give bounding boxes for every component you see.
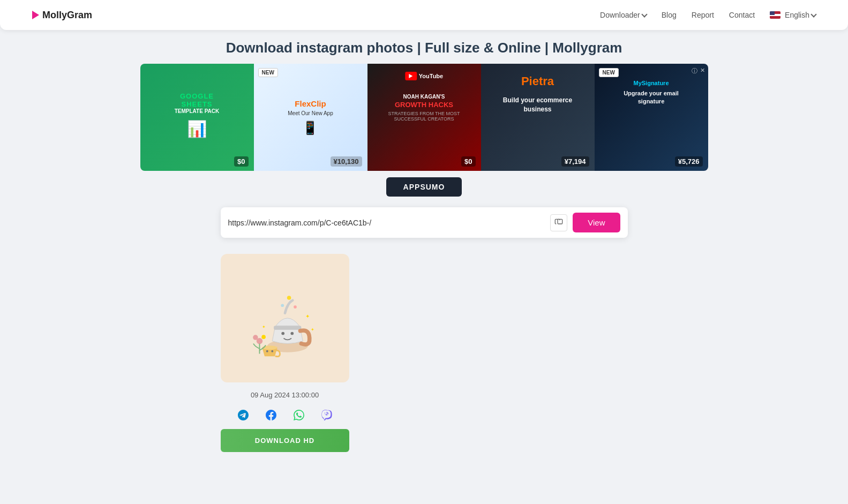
nav-downloader-label: Downloader <box>600 11 640 19</box>
svg-point-7 <box>294 305 297 309</box>
ad-price-5: ¥5,726 <box>675 156 703 167</box>
download-hd-button[interactable]: DOWNLOAD HD <box>221 429 349 452</box>
flag-icon <box>770 11 781 19</box>
language-label: English <box>785 11 809 19</box>
ad-close-icon[interactable]: ✕ <box>700 67 705 74</box>
ad-item-4[interactable]: Pietra Build your ecommercebusiness ¥7,1… <box>481 64 595 171</box>
svg-rect-2 <box>274 326 301 330</box>
svg-point-13 <box>261 335 266 339</box>
logo-text: MollyGram <box>42 10 92 21</box>
logo-play-icon <box>32 11 39 19</box>
nav-links: Downloader Blog Report Contact English <box>600 11 816 19</box>
url-input[interactable] <box>228 219 551 227</box>
ad-badge-5: NEW <box>599 68 619 77</box>
nav-report[interactable]: Report <box>692 11 714 19</box>
ad-price-4: ¥7,194 <box>561 156 589 167</box>
ad-item-3[interactable]: YouTube NOAH KAGAN'S GROWTH HACKS STRATE… <box>367 64 481 171</box>
timestamp: 09 Aug 2024 13:00:00 <box>221 391 349 399</box>
page-title: Download instagram photos | Full size & … <box>0 30 848 64</box>
svg-point-6 <box>287 296 291 300</box>
svg-point-9 <box>266 350 268 352</box>
svg-text:✦: ✦ <box>305 313 310 319</box>
nav-downloader[interactable]: Downloader <box>600 11 647 19</box>
svg-point-3 <box>281 332 284 335</box>
ad-badge-2: NEW <box>258 68 278 77</box>
nav-blog[interactable]: Blog <box>662 11 677 19</box>
svg-text:✦: ✦ <box>262 325 266 329</box>
search-container: View <box>221 207 628 238</box>
svg-point-4 <box>290 332 294 335</box>
coffee-illustration: ✦ ✦ ✦ <box>234 267 336 369</box>
svg-point-10 <box>271 350 273 352</box>
ad-item-5[interactable]: NEW ⓘ ✕ MySignature Upgrade your emailsi… <box>595 64 708 171</box>
ad-price-3: $0 <box>461 156 475 167</box>
ad-info-icon: ⓘ <box>692 67 697 75</box>
chevron-down-icon <box>811 11 816 17</box>
telegram-share-button[interactable] <box>234 405 253 425</box>
image-card: ✦ ✦ ✦ <box>221 254 349 382</box>
social-icons <box>221 405 349 425</box>
ad-item-2[interactable]: NEW FlexClip Meet Our New App 📱 ¥10,130 <box>254 64 367 171</box>
appsumo-button[interactable]: APPSUMO <box>386 177 462 197</box>
ad-price-1: $0 <box>234 156 248 167</box>
ad-item-1[interactable]: GOOGLE SHEETS TEMPLATE PACK 📊 $0 <box>140 64 254 171</box>
clipboard-button[interactable] <box>550 214 567 231</box>
svg-point-12 <box>253 335 258 340</box>
ad-price-2: ¥10,130 <box>331 156 362 167</box>
svg-text:✦: ✦ <box>310 327 314 332</box>
result-left-column: ✦ ✦ ✦ 09 Aug 2024 13:00:00 <box>221 254 349 452</box>
whatsapp-share-button[interactable] <box>289 405 309 425</box>
nav-contact[interactable]: Contact <box>729 11 755 19</box>
logo[interactable]: MollyGram <box>32 10 92 21</box>
chevron-down-icon <box>641 11 647 17</box>
facebook-share-button[interactable] <box>261 405 281 425</box>
nav-bar: MollyGram Downloader Blog Report Contact… <box>0 0 848 30</box>
nav-language[interactable]: English <box>770 11 816 19</box>
svg-point-5 <box>281 304 284 307</box>
view-button[interactable]: View <box>573 213 620 232</box>
viber-share-button[interactable] <box>317 405 336 425</box>
ad-banner: GOOGLE SHEETS TEMPLATE PACK 📊 $0 NEW Fle… <box>140 64 708 171</box>
content-area: ✦ ✦ ✦ 09 Aug 2024 13:00:00 <box>221 254 628 452</box>
appsumo-bar: APPSUMO <box>140 177 708 197</box>
